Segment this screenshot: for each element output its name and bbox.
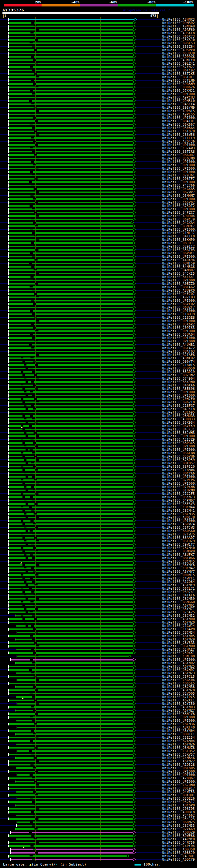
subject-label[interactable]: UniRef100_UPI000.. (162, 445, 197, 448)
subject-label[interactable]: UniRef100_UPI000.. (162, 116, 197, 120)
subject-label[interactable]: UniRef100_Q9SF53 (162, 41, 195, 45)
subject-label[interactable]: UniRef100_C6T078 (162, 130, 195, 133)
subject-label[interactable]: UniRef100_B8AT03 (162, 350, 195, 353)
subject-label[interactable]: UniRef100_C1BGE8 (162, 316, 195, 319)
subject-label[interactable]: UniRef100_UPI000.. (162, 208, 197, 211)
subject-label[interactable]: UniRef100_C8CM41 (162, 509, 195, 513)
subject-label[interactable]: UniRef100_A8PRX5 (162, 441, 195, 445)
subject-label[interactable]: UniRef100_A6YN03 (162, 706, 195, 709)
subject-label[interactable]: UniRef100_A9P9X6 (162, 55, 195, 59)
subject-label[interactable]: UniRef100_C5FJW3 (162, 526, 195, 529)
subject-label[interactable]: UniRef100_Q54J23 (162, 817, 195, 820)
subject-label[interactable]: UniRef100_UPI000.. (162, 434, 197, 438)
subject-label[interactable]: UniRef100_O74904 (162, 377, 195, 380)
subject-label[interactable]: UniRef100_C1BHJ9 (162, 313, 195, 316)
subject-label[interactable]: UniRef100_C5E254 (162, 736, 195, 739)
subject-label[interactable]: UniRef100_B6TC92 (162, 69, 195, 72)
subject-label[interactable]: UniRef100_UPI000.. (162, 279, 197, 282)
subject-label[interactable]: UniRef100_A9QQ33 (162, 417, 195, 421)
subject-label[interactable]: UniRef100_B6TIR8 (162, 150, 195, 153)
subject-label[interactable]: UniRef100_B5X9S4 (162, 421, 195, 424)
subject-label[interactable]: UniRef100_A6YN04 (162, 729, 195, 733)
subject-label[interactable]: UniRef100_Q7XMJ1 (162, 89, 195, 92)
subject-label[interactable]: UniRef100_A8U9X0 (162, 289, 195, 292)
subject-label[interactable]: UniRef100_C5LH52 (162, 749, 195, 753)
subject-label[interactable]: UniRef100_A6YMZ5 (162, 665, 195, 668)
subject-label[interactable]: UniRef100_O80626 (162, 86, 195, 89)
subject-label[interactable]: UniRef100_B6SZ64 (162, 45, 195, 48)
subject-label[interactable]: UniRef100_C4MB46 (162, 756, 195, 760)
subject-label[interactable]: UniRef100_A4RMY0 (162, 838, 195, 841)
subject-label[interactable]: UniRef100_Q8L805 (162, 766, 195, 770)
subject-label[interactable]: UniRef100_Q4N756 (162, 841, 195, 844)
subject-label[interactable]: UniRef100_Q6QMZ5 (162, 820, 195, 824)
subject-label[interactable]: UniRef100_UPI000.. (162, 719, 197, 722)
subject-label[interactable]: UniRef100_UPI000.. (162, 482, 197, 485)
subject-label[interactable]: UniRef100_B5M6G0 (162, 600, 195, 604)
subject-label[interactable]: UniRef100_B8LW66 (162, 556, 195, 560)
subject-label[interactable]: UniRef100_A1CQ64 (162, 580, 195, 584)
subject-label[interactable]: UniRef100_B7FWJ5 (162, 533, 195, 536)
subject-label[interactable]: UniRef100_C1FEF9 (162, 136, 195, 140)
subject-label[interactable]: UniRef100_Q4GXA6 (162, 384, 195, 387)
subject-label[interactable]: UniRef100_Q29361 (162, 174, 195, 177)
subject-label[interactable]: UniRef100_Q6CHD7 (162, 668, 195, 672)
subject-label[interactable]: UniRef100_A6YMY9 (162, 584, 195, 587)
subject-label[interactable]: UniRef100_A3E3V3 (162, 502, 195, 505)
subject-label[interactable]: UniRef100_Q0UN15 (162, 573, 195, 577)
subject-label[interactable]: UniRef100_Q7PXH8 (162, 485, 195, 489)
subject-label[interactable]: UniRef100_P52817 (162, 800, 195, 804)
subject-label[interactable]: UniRef100_Q8MUR3 (162, 414, 195, 417)
subject-label[interactable]: UniRef100_Q5DVH6 (162, 455, 195, 458)
subject-label[interactable]: UniRef100_B4L641 (162, 275, 195, 279)
subject-label[interactable]: UniRef100_Q6FNU0 (162, 645, 195, 648)
subject-label[interactable]: UniRef100_C8CM42 (162, 566, 195, 570)
subject-label[interactable]: UniRef100_B0CYA6 (162, 472, 195, 475)
subject-label[interactable]: UniRef100_A9PE55 (162, 113, 195, 116)
subject-label[interactable]: UniRef100_C4PYD4 (162, 844, 195, 848)
subject-label[interactable]: UniRef100_Q86QR7 (162, 153, 195, 157)
subject-label[interactable]: UniRef100_Q4KTF0 (162, 235, 195, 238)
subject-label[interactable]: UniRef100_A2I3Z9 (162, 438, 195, 441)
subject-label[interactable]: UniRef100_C8CM38 (162, 685, 195, 688)
subject-label[interactable]: UniRef100_UPI000.. (162, 255, 197, 258)
subject-label[interactable]: UniRef100_B2YI50 (162, 702, 195, 706)
subject-label[interactable]: UniRef100_B6VFQ2 (162, 302, 195, 306)
subject-label[interactable]: UniRef100_Q45KX4 (162, 102, 195, 106)
subject-label[interactable]: UniRef100_B0Z9N2 (162, 373, 195, 377)
subject-label[interactable]: UniRef100_C8CM33 (162, 824, 195, 827)
subject-label[interactable]: UniRef100_B2AM04 (162, 739, 195, 743)
subject-label[interactable]: UniRef100_A9RF60 (162, 28, 195, 31)
subject-label[interactable]: UniRef100_B4M807 (162, 269, 195, 272)
subject-label[interactable]: UniRef100_A8NXH2 (162, 356, 195, 360)
subject-label[interactable]: UniRef100_Q6ZWV7 (162, 191, 195, 194)
subject-label[interactable]: UniRef100_A6YN01 (162, 604, 195, 607)
subject-label[interactable]: UniRef100_A8E695 (162, 411, 195, 414)
subject-label[interactable]: UniRef100_UPI000.. (162, 394, 197, 397)
subject-label[interactable]: UniRef100_UPI000.. (162, 167, 197, 170)
subject-label[interactable]: UniRef100_B8P320 (162, 465, 195, 468)
subject-label[interactable]: UniRef100_C0S5L5 (162, 682, 195, 685)
subject-label[interactable]: UniRef100_Q4GXA4 (162, 221, 195, 224)
subject-label[interactable]: UniRef100_Q4FZQ7 (162, 292, 195, 296)
subject-label[interactable]: UniRef100_Q308A4 (162, 126, 195, 130)
subject-label[interactable]: UniRef100_B6SX73 (162, 35, 195, 38)
subject-label[interactable]: UniRef100_B7SP59 (162, 458, 195, 462)
subject-label[interactable]: UniRef100_Q5UAQ4 (162, 333, 195, 336)
subject-label[interactable]: UniRef100_B9WE86 (162, 834, 195, 838)
subject-label[interactable]: UniRef100_UPI000.. (162, 319, 197, 323)
subject-label[interactable]: UniRef100_C8CM36 (162, 722, 195, 726)
subject-label[interactable]: UniRef100_Q3MHM7 (162, 194, 195, 197)
subject-label[interactable]: UniRef100_A0BSJ9 (162, 851, 195, 855)
subject-label[interactable]: UniRef100_Q53U38 (162, 52, 195, 55)
subject-label[interactable]: UniRef100_A6YMZ0 (162, 621, 195, 624)
subject-label[interactable]: UniRef100_UPI000.. (162, 163, 197, 167)
subject-label[interactable]: UniRef100_UPI000.. (162, 336, 197, 340)
subject-label[interactable]: UniRef100_Q9LZ41 (162, 62, 195, 65)
subject-label[interactable]: UniRef100_UPI000.. (162, 180, 197, 184)
subject-label[interactable]: UniRef100_B9SYM9 (162, 106, 195, 109)
subject-label[interactable]: UniRef100_A6YMY7 (162, 570, 195, 573)
subject-label[interactable]: UniRef100_B6AAD7 (162, 536, 195, 539)
subject-label[interactable]: UniRef100_B4MSG6 (162, 265, 195, 269)
subject-label[interactable]: UniRef100_UPI000.. (162, 475, 197, 478)
